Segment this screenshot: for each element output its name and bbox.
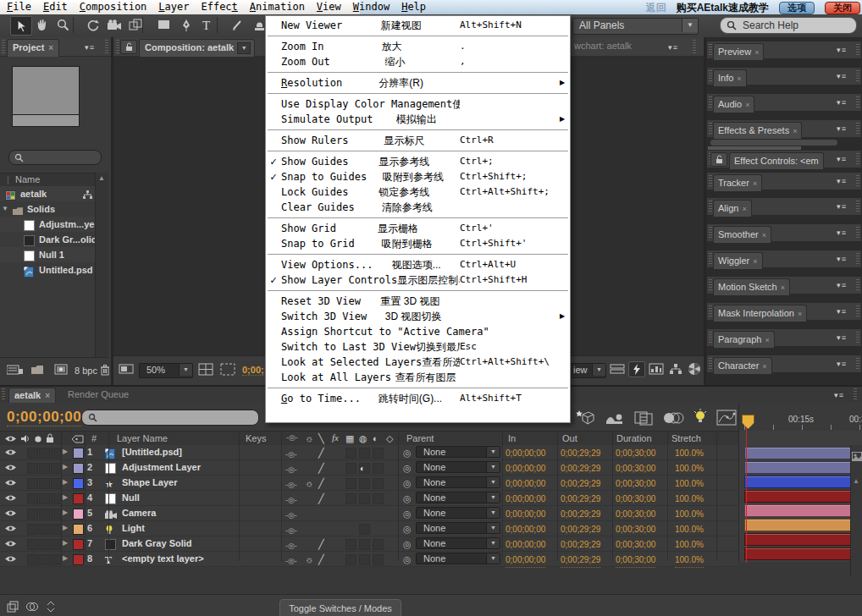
expander-icon[interactable]: ▶ (63, 506, 68, 520)
draft-3d-icon[interactable] (576, 410, 596, 426)
trash-icon[interactable] (100, 364, 110, 376)
in-value[interactable]: 0;00;00;00 (506, 538, 545, 553)
close-icon[interactable]: × (753, 179, 757, 188)
stretch-value[interactable]: 100.0% (675, 508, 704, 522)
caret-down-icon[interactable]: ▼ (2, 201, 8, 217)
view-menu-item-zoom-in[interactable]: Zoom In放大. (266, 39, 570, 54)
in-value[interactable]: 0;00;00;00 (506, 508, 545, 522)
switch-cell[interactable] (373, 448, 384, 459)
out-value[interactable]: 0;00;29;29 (561, 492, 600, 507)
close-icon[interactable]: × (793, 127, 797, 135)
view-menu-item-show-guides[interactable]: ✓Show Guides显示参考线Ctrl+; (266, 154, 570, 169)
switch-cell[interactable] (373, 463, 384, 474)
out-value[interactable]: 0;00;29;29 (561, 462, 600, 476)
chevron-down-icon[interactable]: ▼ (237, 42, 251, 54)
expander-icon[interactable]: ▶ (63, 521, 68, 535)
label-color-swatch[interactable] (73, 554, 84, 565)
switch-cell[interactable] (373, 493, 384, 504)
buy-aetalk-link[interactable]: 购买AEtalk速成教学 (677, 1, 769, 15)
switch-cell[interactable] (373, 478, 384, 489)
parent-pickwhip-icon[interactable]: ◎ (403, 492, 412, 505)
collapse-switch[interactable]: ☼ (305, 476, 313, 490)
project-search-box[interactable] (8, 150, 102, 165)
expander-icon[interactable]: ▶ (63, 476, 68, 489)
layer-duration-bar[interactable] (744, 504, 858, 517)
parent-pickwhip-icon[interactable]: ◎ (403, 537, 412, 551)
help-search-input[interactable] (741, 19, 853, 32)
switch-cell[interactable] (345, 448, 356, 459)
av-toggle-cell[interactable] (39, 509, 50, 520)
parent-dropdown[interactable]: None▼ (416, 522, 500, 534)
view-layout-dropdown[interactable]: iew ▼ (567, 363, 606, 378)
view-menu-item-resolution[interactable]: Resolution分辨率(R)▶ (266, 75, 570, 91)
quality-switch[interactable]: ╱ (318, 553, 324, 566)
tab-composition[interactable]: Composition: aetalk ▼ (139, 39, 255, 57)
timeline-search-box[interactable] (81, 410, 259, 426)
close-icon[interactable]: × (754, 48, 759, 57)
duration-value[interactable]: 0;00;30;00 (616, 477, 655, 492)
layer-pickwhip-icon[interactable]: -◎- (285, 509, 297, 522)
duration-value[interactable]: 0;00;30;00 (616, 553, 655, 568)
menu-edit[interactable]: Edit (43, 0, 68, 14)
stretch-value[interactable]: 100.0% (675, 538, 704, 553)
panel-menu-icon[interactable]: ▾≡ (832, 96, 851, 108)
close-icon[interactable]: × (765, 336, 769, 344)
view-menu-item-show-layer-controls[interactable]: ✓Show Layer Controls显示图层控制器Ctrl+Shift+H (266, 272, 570, 288)
view-menu-item-show-rulers[interactable]: Show Rulers显示标尺Ctrl+R (266, 133, 570, 148)
panel-tab[interactable]: Smoother× (713, 226, 771, 243)
label-color-swatch[interactable] (73, 509, 84, 520)
menu-window[interactable]: Window (353, 0, 390, 14)
layer-pickwhip-icon[interactable]: -◎- (285, 524, 297, 537)
parent-pickwhip-icon[interactable]: ◎ (403, 476, 412, 490)
interpret-footage-icon[interactable] (7, 364, 24, 376)
layer-duration-bar[interactable] (744, 476, 858, 488)
name-column-header[interactable]: Name | (0, 173, 95, 187)
layer-duration-bar[interactable] (744, 547, 858, 560)
switch-cell[interactable] (373, 554, 384, 565)
keys-column-label[interactable]: Keys (246, 433, 266, 443)
zoom-tool[interactable] (52, 16, 73, 34)
panel-tab[interactable]: Effects & Presets× (713, 122, 802, 139)
layer-row-3[interactable]: ▶3★Shape Layer-◎-☼╱◎None▼0;00;00;000;00;… (0, 476, 738, 491)
out-value[interactable]: 0;00;29;29 (561, 447, 600, 461)
parent-pickwhip-icon[interactable]: ◎ (403, 507, 412, 520)
panel-tab[interactable]: Align× (713, 200, 752, 217)
layer-pickwhip-icon[interactable]: -◎- (285, 493, 297, 507)
view-menu-item-assign-shortcut-to-active-camera[interactable]: Assign Shortcut to "Active Camera"分配快捷键给… (266, 324, 570, 339)
av-toggle-cell[interactable] (39, 524, 50, 535)
view-menu-item-switch-to-last-3d-view[interactable]: Switch to Last 3D View切换到最后 3D 视图Esc (266, 339, 570, 355)
switch-cell[interactable]: ◐ (359, 463, 370, 474)
help-search-box[interactable] (720, 17, 857, 34)
label-color-swatch[interactable] (73, 448, 84, 459)
panel-grip[interactable] (856, 358, 859, 371)
video-eye-toggle[interactable] (4, 448, 17, 456)
project-item-adjustm-yer[interactable]: Adjustm...yer (0, 217, 95, 232)
layer-name[interactable]: <empty text layer> (122, 552, 204, 565)
region-of-interest-icon[interactable] (220, 363, 235, 376)
scroll-up-icon[interactable]: ▲ (853, 477, 859, 485)
view-menu-item-snap-to-guides[interactable]: ✓Snap to Guides吸附到参考线Ctrl+Shift+; (266, 169, 570, 184)
panel-grip[interactable] (856, 123, 859, 135)
parent-dropdown[interactable]: None▼ (416, 461, 500, 473)
video-eye-toggle[interactable] (4, 525, 17, 532)
layer-pickwhip-icon[interactable]: -◎- (285, 554, 297, 568)
expander-icon[interactable]: ▶ (63, 445, 68, 459)
brainstorm-icon[interactable] (691, 408, 710, 426)
panel-grip[interactable] (856, 153, 859, 166)
layer-name-column-label[interactable]: Layer Name (117, 433, 168, 443)
duration-value[interactable]: 0;00;30;00 (616, 523, 655, 537)
av-toggle-cell[interactable] (27, 509, 38, 520)
switch-cell[interactable] (359, 448, 370, 459)
parent-dropdown[interactable]: None▼ (416, 446, 500, 458)
layer-pickwhip-icon[interactable]: -◎- (285, 478, 297, 492)
layer-row-1[interactable]: ▶1[Untitled.psd]-◎-╱◎None▼0;00;00;000;00… (0, 445, 738, 460)
panel-grip[interactable] (709, 227, 712, 239)
layer-name[interactable]: Camera (122, 506, 156, 520)
video-eye-toggle[interactable] (4, 509, 17, 517)
in-value[interactable]: 0;00;00;00 (506, 447, 545, 461)
panel-grip[interactable] (856, 96, 859, 109)
switch-cell[interactable] (345, 463, 356, 474)
selection-tool[interactable] (10, 16, 32, 36)
layer-row-5[interactable]: ▶5Camera-◎-◎None▼0;00;00;000;00;29;290;0… (0, 506, 738, 521)
panel-menu-icon[interactable]: ▾≡ (832, 44, 851, 56)
